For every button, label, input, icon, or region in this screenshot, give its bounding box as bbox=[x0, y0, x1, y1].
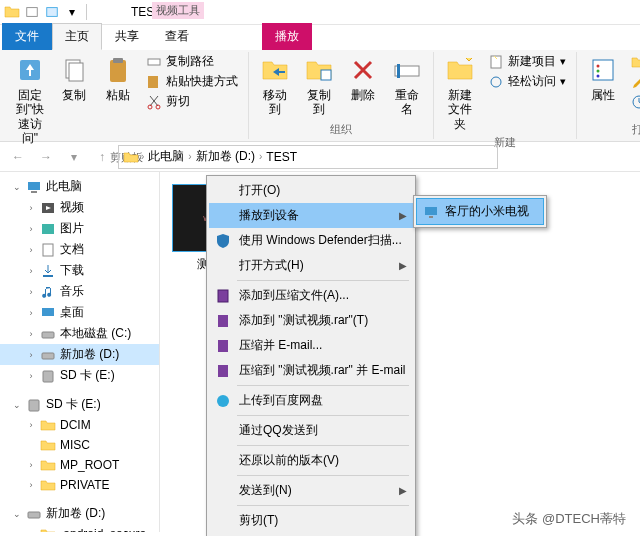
paste-shortcut-button[interactable]: 粘贴快捷方式 bbox=[142, 72, 242, 91]
tab-play[interactable]: 播放 bbox=[262, 23, 312, 50]
ctx-email[interactable]: 压缩并 E-mail... bbox=[209, 333, 413, 358]
titlebar: ▾ 视频工具 TEST bbox=[0, 0, 640, 25]
nav-forward-button[interactable]: → bbox=[34, 145, 58, 169]
ctx-separator bbox=[237, 385, 409, 386]
crumb-sep[interactable]: › bbox=[259, 151, 262, 162]
ctx-separator bbox=[237, 445, 409, 446]
ctx-add-rar[interactable]: 添加到 "测试视频.rar"(T) bbox=[209, 308, 413, 333]
tree-dcim[interactable]: ›DCIM bbox=[0, 415, 159, 435]
ctx-cast-device[interactable]: 播放到设备▶ bbox=[209, 203, 413, 228]
qat-btn-1[interactable] bbox=[23, 3, 41, 21]
svg-rect-40 bbox=[218, 365, 228, 377]
tab-home[interactable]: 主页 bbox=[52, 23, 102, 50]
tree-sd-e2[interactable]: ⌄SD 卡 (E:) bbox=[0, 394, 159, 415]
tree-pictures[interactable]: ›图片 bbox=[0, 218, 159, 239]
ctx-open-with[interactable]: 打开方式(H)▶ bbox=[209, 253, 413, 278]
svg-rect-36 bbox=[218, 290, 228, 302]
rename-button[interactable]: 重命名 bbox=[387, 52, 427, 119]
paste-label: 粘贴 bbox=[106, 88, 130, 102]
svg-rect-16 bbox=[593, 60, 613, 80]
properties-button[interactable]: 属性 bbox=[583, 52, 623, 104]
history-button[interactable]: 历史记录 bbox=[627, 92, 640, 111]
crumb-0[interactable]: 此电脑 bbox=[146, 148, 186, 165]
chevron-right-icon: ▶ bbox=[399, 260, 407, 271]
pin-label: 固定到"快 速访问" bbox=[14, 88, 46, 146]
tree-desktop[interactable]: ›桌面 bbox=[0, 302, 159, 323]
svg-rect-34 bbox=[29, 400, 39, 411]
tree-videos[interactable]: ›视频 bbox=[0, 197, 159, 218]
copy-to-button[interactable]: 复制到 bbox=[299, 52, 339, 119]
tab-share[interactable]: 共享 bbox=[102, 23, 152, 50]
ctx-send-to[interactable]: 发送到(N)▶ bbox=[209, 478, 413, 503]
ctx-cut[interactable]: 剪切(T) bbox=[209, 508, 413, 533]
new-item-button[interactable]: 新建项目▾ bbox=[484, 52, 570, 71]
pin-quickaccess-button[interactable]: 固定到"快 速访问" bbox=[10, 52, 50, 148]
ctx-add-archive[interactable]: 添加到压缩文件(A)... bbox=[209, 283, 413, 308]
ctx-email-rar[interactable]: 压缩到 "测试视频.rar" 并 E-mail bbox=[209, 358, 413, 383]
ribbon: 固定到"快 速访问" 复制 粘贴 复制路径 粘贴快捷方式 剪切 剪贴板 移动到 … bbox=[0, 50, 640, 142]
chevron-right-icon: ▶ bbox=[399, 210, 407, 221]
crumb-1[interactable]: 新加卷 (D:) bbox=[194, 148, 257, 165]
ribbon-tabs: 文件 主页 共享 查看 播放 bbox=[0, 25, 640, 50]
cast-submenu: 客厅的小米电视 bbox=[413, 195, 547, 228]
tree-documents[interactable]: ›文档 bbox=[0, 239, 159, 260]
nav-tree[interactable]: ⌄此电脑 ›视频 ›图片 ›文档 ›下载 ›音乐 ›桌面 ›本地磁盘 (C:) … bbox=[0, 172, 160, 532]
svg-rect-32 bbox=[42, 353, 54, 359]
tree-downloads[interactable]: ›下载 bbox=[0, 260, 159, 281]
svg-point-19 bbox=[597, 75, 600, 78]
new-folder-button[interactable]: 新建 文件夹 bbox=[440, 52, 480, 133]
copy-button[interactable]: 复制 bbox=[54, 52, 94, 104]
svg-point-41 bbox=[217, 395, 229, 407]
qat-dropdown-icon[interactable]: ▾ bbox=[63, 3, 81, 21]
tree-local-c[interactable]: ›本地磁盘 (C:) bbox=[0, 323, 159, 344]
nav-history-dropdown[interactable]: ▾ bbox=[62, 145, 86, 169]
submenu-mi-tv[interactable]: 客厅的小米电视 bbox=[416, 198, 544, 225]
tree-android[interactable]: .android_secure bbox=[0, 524, 159, 532]
tree-new-d[interactable]: ›新加卷 (D:) bbox=[0, 344, 159, 365]
organize-group-label: 组织 bbox=[330, 120, 352, 139]
crumb-sep[interactable]: › bbox=[188, 151, 191, 162]
archive-icon bbox=[215, 338, 231, 354]
ctx-open[interactable]: 打开(O) bbox=[209, 178, 413, 203]
ctx-defender[interactable]: 使用 Windows Defender扫描... bbox=[209, 228, 413, 253]
tab-file[interactable]: 文件 bbox=[2, 23, 52, 50]
nav-up-button[interactable]: ↑ bbox=[90, 145, 114, 169]
tree-misc[interactable]: MISC bbox=[0, 435, 159, 455]
nav-back-button[interactable]: ← bbox=[6, 145, 30, 169]
tree-new-d2[interactable]: ⌄新加卷 (D:) bbox=[0, 503, 159, 524]
paste-button[interactable]: 粘贴 bbox=[98, 52, 138, 104]
edit-button[interactable]: 编辑 bbox=[627, 72, 640, 91]
crumb-sep[interactable]: › bbox=[141, 151, 144, 162]
archive-icon bbox=[215, 363, 231, 379]
address-bar[interactable]: › 此电脑 › 新加卷 (D:) › TEST bbox=[118, 145, 498, 169]
ctx-baidu[interactable]: 上传到百度网盘 bbox=[209, 388, 413, 413]
tree-sd-e[interactable]: ›SD 卡 (E:) bbox=[0, 365, 159, 386]
svg-rect-38 bbox=[218, 315, 228, 327]
tree-this-pc[interactable]: ⌄此电脑 bbox=[0, 176, 159, 197]
shield-icon bbox=[215, 233, 231, 249]
watermark: 头条 @DTECH蒂特 bbox=[506, 508, 632, 530]
address-bar-row: ← → ▾ ↑ › 此电脑 › 新加卷 (D:) › TEST bbox=[0, 142, 640, 172]
qat-btn-2[interactable] bbox=[43, 3, 61, 21]
ribbon-group-new: 新建 文件夹 新建项目▾ 轻松访问▾ 新建 bbox=[434, 52, 577, 139]
svg-point-15 bbox=[491, 77, 501, 87]
cut-button[interactable]: 剪切 bbox=[142, 92, 242, 111]
ribbon-group-open: 属性 打开▾ 编辑 历史记录 打开 bbox=[577, 52, 640, 139]
delete-button[interactable]: 删除 bbox=[343, 52, 383, 104]
tree-music[interactable]: ›音乐 bbox=[0, 281, 159, 302]
open-button[interactable]: 打开▾ bbox=[627, 52, 640, 71]
copy-label: 复制 bbox=[62, 88, 86, 102]
svg-rect-39 bbox=[218, 340, 228, 352]
tab-view[interactable]: 查看 bbox=[152, 23, 202, 50]
ctx-restore[interactable]: 还原以前的版本(V) bbox=[209, 448, 413, 473]
crumb-2[interactable]: TEST bbox=[264, 150, 299, 164]
svg-rect-30 bbox=[42, 308, 54, 316]
ctx-qq[interactable]: 通过QQ发送到 bbox=[209, 418, 413, 443]
archive-icon bbox=[215, 313, 231, 329]
tree-private[interactable]: ›PRIVATE bbox=[0, 475, 159, 495]
copy-path-button[interactable]: 复制路径 bbox=[142, 52, 242, 71]
svg-rect-7 bbox=[148, 59, 160, 65]
tree-mp-root[interactable]: ›MP_ROOT bbox=[0, 455, 159, 475]
easy-access-button[interactable]: 轻松访问▾ bbox=[484, 72, 570, 91]
move-to-button[interactable]: 移动到 bbox=[255, 52, 295, 119]
